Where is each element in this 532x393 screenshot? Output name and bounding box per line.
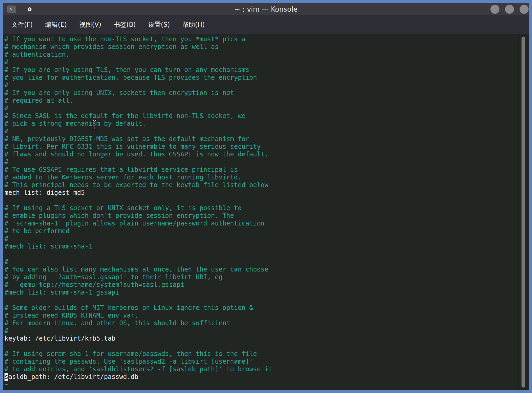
terminal-line: # to be performed: [4, 227, 529, 235]
menu-item[interactable]: 书签(B): [114, 20, 136, 29]
terminal-line: keytab: /etc/libvirt/krb5.tab: [4, 335, 529, 342]
terminal-line: # If you are only using TLS, then you ca…: [4, 66, 529, 74]
terminal-line: [4, 250, 529, 258]
terminal-line: # to add entries, and 'sasldblistusers2 …: [4, 365, 529, 373]
window-controls: [490, 5, 529, 14]
terminal-line: [4, 197, 529, 204]
terminal-viewport[interactable]: # If you want to use the non-TLS socket,…: [3, 34, 529, 390]
terminal-line: #: [4, 82, 529, 89]
terminal-line: # Some older builds of MIT kerberos on L…: [4, 304, 529, 312]
terminal-line: #: [4, 105, 529, 112]
terminal-line: mech_list: digest-md5: [4, 189, 529, 197]
terminal-line: [4, 342, 529, 350]
terminal-line: # authentication.: [4, 51, 529, 58]
terminal-line: # libvirt. Per RFC 6331 this is vulnerab…: [4, 143, 529, 151]
terminal-line: # pick a strong mechanism by default.: [4, 120, 529, 128]
terminal-line: # 'scram-sha-1' plugin allows plain user…: [4, 220, 529, 227]
menu-item[interactable]: 帮助(H): [182, 20, 205, 29]
terminal-line: # qemu+tcp://hostname/system?auth=sasl.g…: [4, 281, 529, 289]
menu-item[interactable]: 文件(F): [11, 20, 33, 29]
maximize-button[interactable]: [505, 5, 514, 14]
window-title: ~ : vim — Konsole: [3, 5, 529, 13]
terminal-line: #: [4, 58, 529, 66]
terminal-line: # If using a TLS socket or UNIX socket o…: [4, 204, 529, 212]
terminal-line: # containing the passwds. Use 'saslpassw…: [4, 358, 529, 365]
terminal-line: #: [4, 258, 529, 266]
terminal-line: # If you are only using UNIX, sockets th…: [4, 89, 529, 97]
menu-item[interactable]: 视图(V): [79, 20, 101, 29]
terminal-line: ~: [4, 389, 529, 390]
terminal-line: # NB, previously DIGEST-MD5 was set as t…: [4, 135, 529, 143]
terminal-line: # required at all.: [4, 97, 529, 105]
scrollbar-track: [518, 34, 519, 390]
screen: { "window": { "title": "~ : vim — Konsol…: [0, 0, 532, 393]
terminal-line: # If using scram-sha-1 for username/pass…: [4, 350, 529, 358]
terminal-line: #: [4, 158, 529, 166]
konsole-window: >_ ~ : vim — Konsole 文件(F)编辑(E)视图(V)书签(B…: [3, 3, 529, 390]
scrollbar-thumb[interactable]: [521, 37, 525, 388]
terminal-line: # For modern Linux, and other OS, this s…: [4, 319, 529, 327]
terminal-line: # You can also list many mechanisms at o…: [4, 266, 529, 273]
modified-dot-indicator: [28, 7, 31, 11]
terminal-text: # If you want to use the non-TLS socket,…: [4, 35, 529, 390]
minimize-button[interactable]: [490, 5, 499, 14]
terminal-line: # mechanism which provides session encry…: [4, 43, 529, 51]
terminal-line: # If you want to use the non-TLS socket,…: [4, 35, 529, 43]
terminal-line: sasldb_path: /etc/libvirt/passwd.db: [4, 373, 529, 381]
terminal-line: # To use GSSAPI requires that a libvirtd…: [4, 166, 529, 174]
terminal-line: #: [4, 128, 529, 135]
terminal-line: ~: [4, 381, 529, 389]
terminal-line: #mech_list: scram-sha-1 gssapi: [4, 289, 529, 296]
terminal-line: # instead need KRB5_KTNAME env var.: [4, 312, 529, 319]
terminal-line: # Since SASL is the default for the libv…: [4, 112, 529, 120]
terminal-line: # This principal needs to be exported to…: [4, 181, 529, 189]
mouse-cursor-ibeam: [91, 119, 98, 131]
terminal-line: #: [4, 327, 529, 335]
terminal-line: #: [4, 235, 529, 243]
terminal-line: [4, 296, 529, 304]
terminal-line: # added to the Kerberos server for each …: [4, 174, 529, 181]
terminal-line: # by adding '?auth=sasl.gssapi' to their…: [4, 273, 529, 281]
terminal-line: # you like for authentication, because T…: [4, 74, 529, 82]
vim-block-cursor: s: [4, 373, 8, 381]
menu-item[interactable]: 设置(S): [148, 20, 170, 29]
terminal-line: #mech_list: scram-sha-1: [4, 243, 529, 250]
terminal-line: # enable plugins which don't provide ses…: [4, 212, 529, 220]
close-button[interactable]: [520, 5, 529, 14]
menu-item[interactable]: 编辑(E): [45, 20, 67, 29]
menu-bar: 文件(F)编辑(E)视图(V)书签(B)设置(S)帮助(H): [3, 15, 529, 34]
title-bar[interactable]: >_ ~ : vim — Konsole: [3, 3, 529, 15]
konsole-terminal-icon: >_: [7, 6, 16, 13]
terminal-line: # flaws and should no longer be used. Th…: [4, 151, 529, 158]
